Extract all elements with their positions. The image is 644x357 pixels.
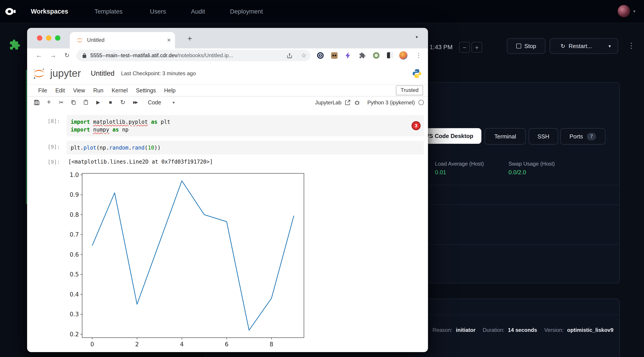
nav-templates[interactable]: Templates bbox=[94, 0, 122, 23]
window-close-button[interactable] bbox=[37, 36, 42, 41]
interrupt-kernel-button[interactable]: ■ bbox=[104, 97, 116, 108]
chevron-down-icon: ▾ bbox=[173, 100, 175, 104]
tampermonkey-extension-icon[interactable] bbox=[331, 52, 338, 59]
restart-workspace-button[interactable]: ↻ Restart... bbox=[550, 38, 603, 54]
extension-icon-green[interactable] bbox=[373, 52, 380, 59]
svg-text:4: 4 bbox=[180, 341, 184, 348]
menu-kernel[interactable]: Kernel bbox=[108, 87, 132, 94]
window-zoom-button[interactable] bbox=[55, 36, 60, 41]
menu-view[interactable]: View bbox=[69, 87, 89, 94]
insert-cell-button[interactable]: + bbox=[43, 97, 55, 108]
build-reason-label: Reason: bbox=[432, 327, 452, 333]
ssh-button[interactable]: SSH bbox=[528, 128, 558, 145]
kernel-name[interactable]: Python 3 (ipykernel) bbox=[368, 99, 415, 106]
save-button[interactable] bbox=[30, 97, 43, 108]
toolbar-right-cluster: JupyterLab Python 3 (ipykernel) bbox=[315, 96, 424, 109]
back-button[interactable]: ← bbox=[33, 48, 45, 62]
chevron-down-icon: ▾ bbox=[608, 44, 611, 49]
workspace-menu-kebab[interactable]: ⋮ bbox=[628, 41, 635, 50]
ports-button[interactable]: Ports 7 bbox=[560, 128, 606, 145]
build-version-label: Version: bbox=[544, 327, 564, 333]
tab-search-chevron-icon[interactable]: ▾ bbox=[416, 34, 418, 40]
terminal-button[interactable]: Terminal bbox=[485, 128, 526, 145]
reload-button[interactable]: ↻ bbox=[61, 48, 73, 62]
extensions-puzzle-icon[interactable] bbox=[359, 52, 366, 59]
address-bar[interactable]: 5555--main--test--matifali.atif.cdr.dev/… bbox=[76, 50, 310, 61]
run-cell-button[interactable]: ▶ bbox=[92, 97, 104, 108]
menu-edit[interactable]: Edit bbox=[51, 87, 69, 94]
svg-text:2: 2 bbox=[135, 341, 139, 348]
forward-button[interactable]: → bbox=[47, 48, 59, 62]
lock-icon bbox=[82, 52, 86, 58]
cell8-input-prompt: [8]: bbox=[48, 118, 60, 124]
darkreader-extension-icon[interactable] bbox=[387, 52, 393, 58]
kernel-status-icon bbox=[418, 100, 424, 105]
minus-icon: − bbox=[463, 44, 466, 51]
debugger-icon[interactable] bbox=[354, 99, 360, 106]
user-avatar[interactable] bbox=[618, 5, 630, 17]
onepassword-extension-icon[interactable] bbox=[317, 52, 324, 59]
menu-settings[interactable]: Settings bbox=[132, 87, 160, 94]
build-duration-value: 14 seconds bbox=[508, 327, 537, 333]
tab-title: Untitled bbox=[87, 38, 167, 43]
vscode-button-label: VS Code Desktop bbox=[425, 133, 473, 139]
build-summary-row: Reason: initiator Duration: 14 seconds V… bbox=[432, 327, 614, 333]
save-icon bbox=[34, 99, 40, 106]
svg-text:0.4: 0.4 bbox=[70, 291, 79, 298]
jupyterlab-link[interactable]: JupyterLab bbox=[315, 99, 342, 106]
menu-run[interactable]: Run bbox=[89, 87, 108, 94]
user-menu-chevron-icon[interactable]: ▾ bbox=[633, 9, 635, 14]
tab-strip: Untitled × + ▾ bbox=[27, 28, 428, 48]
checkpoint-status: Last Checkpoint: 3 minutes ago bbox=[121, 70, 196, 76]
svg-text:0: 0 bbox=[90, 341, 94, 348]
restart-kernel-button[interactable]: ↻ bbox=[116, 97, 129, 108]
tab-close-button[interactable]: × bbox=[167, 36, 171, 44]
screen-root: 1:43 PM − + Stop ↻ Restart... ▾ ⋮ VS Cod… bbox=[0, 0, 644, 357]
cell9-input-prompt: [9]: bbox=[48, 144, 60, 150]
notebook-title[interactable]: Untitled bbox=[91, 69, 114, 78]
cut-cell-button[interactable]: ✂ bbox=[55, 97, 67, 108]
coder-logo[interactable] bbox=[4, 5, 16, 18]
build-duration-label: Duration: bbox=[483, 327, 504, 333]
bookmark-star-icon[interactable]: ☆ bbox=[301, 50, 307, 61]
window-minimize-button[interactable] bbox=[46, 36, 52, 41]
browser-tab[interactable]: Untitled × bbox=[70, 32, 175, 48]
paste-icon bbox=[83, 100, 89, 105]
jupyter-wordmark: jupyter bbox=[50, 68, 81, 80]
stop-icon bbox=[516, 44, 521, 48]
increase-time-button[interactable]: + bbox=[472, 42, 482, 52]
nav-workspaces[interactable]: Workspaces bbox=[31, 0, 68, 23]
trusted-button[interactable]: Trusted bbox=[396, 86, 423, 95]
new-tab-button[interactable]: + bbox=[184, 33, 196, 44]
restart-options-chevron[interactable]: ▾ bbox=[602, 38, 618, 54]
share-icon[interactable] bbox=[286, 52, 292, 59]
cell9-code-input[interactable]: plt.plot(np.random.rand(10)) bbox=[66, 141, 424, 154]
copy-icon bbox=[70, 100, 76, 105]
browser-profile-avatar[interactable] bbox=[399, 52, 408, 60]
jupyter-toolbar: + ✂ ▶ ■ ↻ ▶▶ Code ▾ JupyterLab bbox=[27, 96, 428, 109]
stat-label: Load Average (Host) bbox=[435, 161, 484, 167]
cell8-code-input[interactable]: import matplotlib.pyplot as pltimport nu… bbox=[66, 115, 424, 136]
menu-file[interactable]: File bbox=[34, 87, 51, 94]
nav-audit[interactable]: Audit bbox=[191, 0, 205, 23]
lightning-extension-icon[interactable] bbox=[345, 52, 351, 59]
menu-help[interactable]: Help bbox=[160, 87, 180, 94]
svg-text:0.9: 0.9 bbox=[70, 192, 79, 198]
cell-type-select[interactable]: Code ▾ bbox=[148, 99, 175, 106]
copy-cell-button[interactable] bbox=[68, 97, 80, 108]
stop-workspace-button[interactable]: Stop bbox=[507, 38, 546, 54]
autostop-time: 1:43 PM bbox=[430, 44, 452, 50]
jupyter-logo bbox=[33, 67, 45, 80]
svg-text:0.8: 0.8 bbox=[70, 212, 79, 218]
browser-menu-kebab-icon[interactable]: ⋮ bbox=[416, 52, 422, 59]
nav-users[interactable]: Users bbox=[150, 0, 166, 23]
stat-swap-usage: Swap Usage (Host) 0.0/2.0 bbox=[508, 161, 555, 176]
nav-deployment[interactable]: Deployment bbox=[230, 0, 263, 23]
external-link-icon[interactable] bbox=[345, 100, 350, 105]
restart-run-all-button[interactable]: ▶▶ bbox=[129, 97, 141, 108]
url-domain: 5555--main--test--matifali.atif.cdr.dev bbox=[90, 52, 177, 58]
paste-cell-button[interactable] bbox=[80, 97, 92, 108]
browser-toolbar: ← → ↻ 5555--main--test--matifali.atif.cd… bbox=[27, 48, 428, 62]
decrease-time-button[interactable]: − bbox=[459, 42, 470, 52]
svg-text:0.3: 0.3 bbox=[70, 311, 79, 318]
